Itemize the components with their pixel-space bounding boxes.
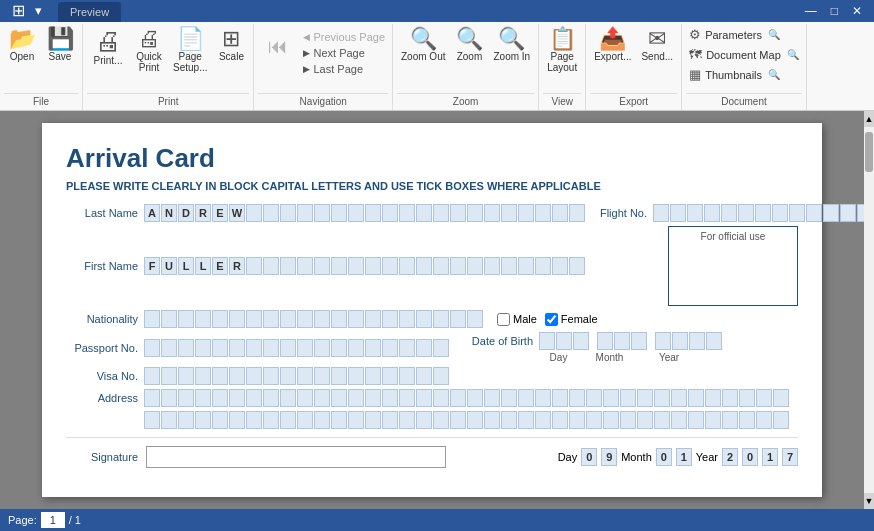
official-use-box: For official use bbox=[668, 226, 798, 306]
year-cell-1: 0 bbox=[742, 448, 758, 466]
customize-quick-access[interactable]: ▾ bbox=[31, 1, 46, 20]
zoom-in-button[interactable]: 🔍 Zoom In bbox=[489, 26, 534, 64]
document-buttons: ⚙ Parameters 🔍 🗺 Document Map 🔍 ▦ Thumbn… bbox=[686, 26, 802, 93]
nationality-label: Nationality bbox=[66, 313, 138, 325]
dob-row: Date of Birth bbox=[463, 332, 722, 350]
last-name-row: Last Name ANDREW Flight No. bbox=[66, 204, 798, 222]
page-layout-icon: 📋 bbox=[549, 28, 576, 50]
send-button[interactable]: ✉ Send... bbox=[637, 26, 677, 64]
page-setup-icon: 📄 bbox=[177, 28, 204, 50]
last-page-icon: ▶ bbox=[303, 64, 310, 74]
navigation-group-label: Navigation bbox=[258, 93, 388, 110]
passport-cells bbox=[144, 339, 449, 357]
last-name-cells: ANDREW bbox=[144, 204, 585, 222]
cell-last-5: W bbox=[229, 204, 245, 222]
export-icon: 📤 bbox=[599, 28, 626, 50]
print-button[interactable]: 🖨 Print... bbox=[87, 26, 129, 68]
close-button[interactable]: ✕ bbox=[848, 4, 866, 18]
male-checkbox[interactable] bbox=[497, 313, 510, 326]
scrollbar[interactable]: ▲ ▼ bbox=[864, 111, 874, 509]
open-icon: 📂 bbox=[9, 28, 36, 50]
view-buttons: 📋 Page Layout bbox=[543, 26, 581, 93]
scroll-track bbox=[864, 127, 874, 493]
scroll-down-button[interactable]: ▼ bbox=[864, 493, 874, 509]
parameters-icon: ⚙ bbox=[689, 27, 701, 42]
scroll-knob[interactable] bbox=[865, 132, 873, 172]
first-name-cells: FULLER bbox=[144, 257, 585, 275]
year-cell-3: 7 bbox=[782, 448, 798, 466]
ribbon-group-navigation: ⏮ ◀ Previous Page ▶ Next Page bbox=[254, 24, 393, 110]
last-page-button[interactable]: ▶ Last Page bbox=[300, 62, 388, 76]
zoom-group-label: Zoom bbox=[397, 93, 534, 110]
ribbon-main: 📂 Open 💾 Save File 🖨 Print... bbox=[0, 22, 874, 110]
cell-last-4: E bbox=[212, 204, 228, 222]
ribbon: 📂 Open 💾 Save File 🖨 Print... bbox=[0, 22, 874, 111]
scale-icon: ⊞ bbox=[222, 28, 240, 50]
day-label-bottom: Day bbox=[558, 451, 578, 463]
dob-label: Date of Birth bbox=[463, 335, 533, 347]
next-page-button[interactable]: ▶ Next Page bbox=[300, 46, 388, 60]
print-group-label: Print bbox=[87, 93, 249, 110]
quick-print-button[interactable]: 🖨 Quick Print bbox=[131, 26, 167, 75]
cell-last-0: A bbox=[144, 204, 160, 222]
title-bar: ⊞ ▾ File Preview — □ ✕ bbox=[0, 0, 874, 22]
flight-no-label: Flight No. bbox=[591, 207, 647, 219]
visa-label: Visa No. bbox=[66, 370, 138, 382]
visa-cells bbox=[144, 367, 449, 385]
dob-day-cells bbox=[539, 332, 589, 350]
dob-month-cells bbox=[597, 332, 647, 350]
passport-row: Passport No. Date of Birth bbox=[66, 332, 789, 363]
open-button[interactable]: 📂 Open bbox=[4, 26, 40, 64]
first-page-button[interactable]: ⏮ bbox=[258, 34, 298, 58]
signature-label: Signature bbox=[66, 451, 138, 463]
print-buttons: 🖨 Print... 🖨 Quick Print 📄 Page Setup...… bbox=[87, 26, 249, 93]
nationality-cells bbox=[144, 310, 483, 328]
female-checkbox[interactable] bbox=[545, 313, 558, 326]
export-buttons: 📤 Export... ✉ Send... bbox=[590, 26, 677, 93]
page-setup-button[interactable]: 📄 Page Setup... bbox=[169, 26, 211, 75]
save-icon: 💾 bbox=[47, 28, 74, 50]
next-page-icon: ▶ bbox=[303, 48, 310, 58]
parameters-button[interactable]: ⚙ Parameters 🔍 bbox=[686, 26, 783, 43]
address-row1: Address bbox=[66, 389, 789, 407]
doc-title: Arrival Card bbox=[66, 143, 798, 174]
zoom-out-button[interactable]: 🔍 Zoom Out bbox=[397, 26, 449, 64]
zoom-in-icon: 🔍 bbox=[498, 28, 525, 50]
signature-section: Signature Day 0 9 Month 0 1 Year 2 0 bbox=[66, 437, 798, 468]
signature-box[interactable] bbox=[146, 446, 446, 468]
prev-page-button[interactable]: ◀ Previous Page bbox=[300, 30, 388, 44]
nationality-row: Nationality Male bbox=[66, 310, 798, 429]
address-label: Address bbox=[66, 392, 138, 404]
page-number-input[interactable] bbox=[41, 512, 65, 528]
thumbnails-button[interactable]: ▦ Thumbnails 🔍 bbox=[686, 66, 783, 83]
address-row2 bbox=[66, 411, 789, 429]
male-label: Male bbox=[513, 313, 537, 325]
quick-access-toolbar: ⊞ ▾ bbox=[8, 0, 46, 22]
zoom-button[interactable]: 🔍 Zoom bbox=[451, 26, 487, 64]
scale-button[interactable]: ⊞ Scale bbox=[213, 26, 249, 64]
main-layout: ⊞ ▾ File Preview — □ ✕ 📂 Open bbox=[0, 0, 874, 531]
year-label-bottom: Year bbox=[696, 451, 718, 463]
year-cell-0: 2 bbox=[722, 448, 738, 466]
document-map-button[interactable]: 🗺 Document Map 🔍 bbox=[686, 46, 802, 63]
zoom-icon: 🔍 bbox=[456, 28, 483, 50]
content-area: Arrival Card PLEASE WRITE CLEARLY IN BLO… bbox=[0, 111, 864, 509]
minimize-button[interactable]: — bbox=[801, 4, 821, 18]
tab-preview[interactable]: File Preview bbox=[58, 2, 121, 22]
cell-last-3: R bbox=[195, 204, 211, 222]
save-button[interactable]: 💾 Save bbox=[42, 26, 78, 64]
document-group-label: Document bbox=[686, 93, 802, 110]
page-layout-button[interactable]: 📋 Page Layout bbox=[543, 26, 581, 75]
document-page: Arrival Card PLEASE WRITE CLEARLY IN BLO… bbox=[42, 123, 822, 497]
cell-last-1: N bbox=[161, 204, 177, 222]
day-cell-1: 9 bbox=[601, 448, 617, 466]
maximize-button[interactable]: □ bbox=[827, 4, 842, 18]
quick-print-icon: 🖨 bbox=[138, 28, 160, 50]
female-option: Female bbox=[545, 313, 598, 326]
female-label: Female bbox=[561, 313, 598, 325]
month-cell-0: 0 bbox=[656, 448, 672, 466]
scroll-up-button[interactable]: ▲ bbox=[864, 111, 874, 127]
ribbon-group-zoom: 🔍 Zoom Out 🔍 Zoom 🔍 Zoom In Zoom bbox=[393, 24, 539, 110]
cell-last-6 bbox=[246, 204, 262, 222]
export-button[interactable]: 📤 Export... bbox=[590, 26, 635, 64]
